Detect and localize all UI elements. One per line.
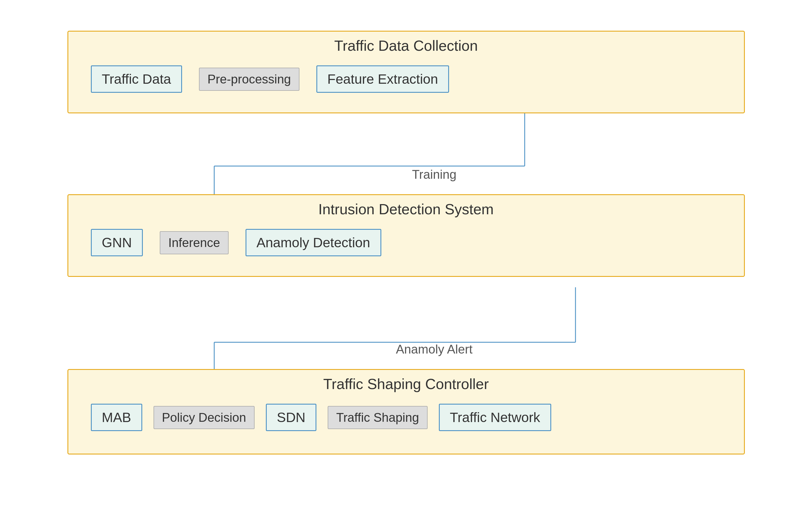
preprocessing-box: Pre-processing [199,68,299,91]
section3-title: Traffic Shaping Controller [68,370,744,395]
policy-decision-box: Policy Decision [153,406,255,429]
training-label: Training [412,167,456,182]
section2: Intrusion Detection System GNN Inference… [67,194,745,277]
section1-title: Traffic Data Collection [68,31,744,57]
traffic-data-box: Traffic Data [91,65,182,93]
traffic-shaping-box: Traffic Shaping [328,406,428,429]
anomaly-alert-connector: Anamoly Alert [67,327,745,372]
section1-container: Traffic Data Collection Traffic Data Pre… [67,31,745,113]
section3-container: Traffic Shaping Controller MAB Policy De… [67,369,745,454]
anomaly-detection-box: Anamoly Detection [245,229,381,256]
section1: Traffic Data Collection Traffic Data Pre… [67,31,745,113]
traffic-network-box: Traffic Network [439,404,551,431]
anomaly-alert-label: Anamoly Alert [396,342,472,356]
gnn-box: GNN [91,229,143,256]
inference-box: Inference [160,231,228,254]
section2-title: Intrusion Detection System [68,195,744,221]
sdn-box: SDN [266,404,316,431]
mab-box: MAB [91,404,142,431]
diagram: Traffic Data Collection Traffic Data Pre… [39,14,773,507]
feature-extraction-box: Feature Extraction [316,65,449,93]
section3: Traffic Shaping Controller MAB Policy De… [67,369,745,454]
training-connector: Training [67,152,745,197]
section2-container: Intrusion Detection System GNN Inference… [67,194,745,277]
